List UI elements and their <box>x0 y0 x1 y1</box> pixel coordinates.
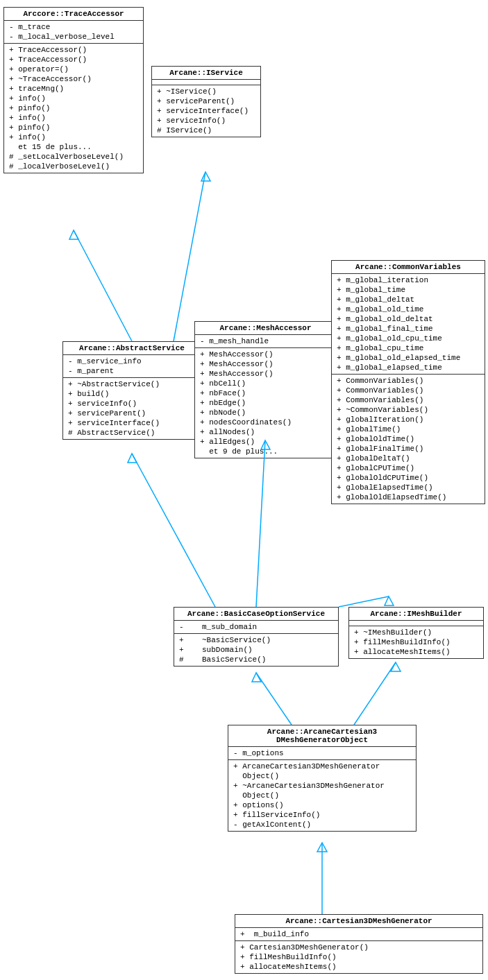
box-iservice-title: Arcane::IService <box>152 67 260 80</box>
svg-marker-1 <box>69 230 78 239</box>
svg-line-10 <box>256 673 292 725</box>
box-arcane-cartesian3d-methods: + ArcaneCartesian3DMeshGenerator Object(… <box>228 760 416 831</box>
svg-marker-3 <box>201 172 210 181</box>
svg-line-8 <box>339 596 389 607</box>
box-trace-accessor-attrs: - m_trace - m_local_verbose_level <box>4 21 143 44</box>
box-mesh-accessor-methods: + MeshAccessor() + MeshAccessor() + Mesh… <box>195 348 336 458</box>
box-iservice-methods: + ~IService() + serviceParent() + servic… <box>152 85 260 137</box>
svg-marker-13 <box>391 662 401 671</box>
box-abstract-service-methods: + ~AbstractService() + build() + service… <box>63 378 201 439</box>
box-common-variables-title: Arcane::CommonVariables <box>332 261 485 274</box>
svg-line-4 <box>132 454 215 607</box>
box-arcane-cartesian3d-title: Arcane::ArcaneCartesian3DMeshGeneratorOb… <box>228 725 416 747</box>
box-basic-case-option-service-title: Arcane::BasicCaseOptionService <box>174 608 338 621</box>
box-imesh-builder: Arcane::IMeshBuilder + ~IMeshBuilder() +… <box>348 607 484 659</box>
box-abstract-service: Arcane::AbstractService - m_service_info… <box>62 341 201 440</box>
box-mesh-accessor-title: Arcane::MeshAccessor <box>195 322 336 335</box>
box-common-variables-methods: + CommonVariables() + CommonVariables() … <box>332 375 485 504</box>
box-iservice-empty <box>152 80 260 85</box>
box-mesh-accessor-attrs: - m_mesh_handle <box>195 335 336 348</box>
box-basic-case-option-service-attrs: - m_sub_domain <box>174 621 338 634</box>
box-trace-accessor-methods: + TraceAccessor() + TraceAccessor() + op… <box>4 44 143 173</box>
box-cartesian3d-mesh-generator: Arcane::Cartesian3DMeshGenerator + m_bui… <box>235 914 483 974</box>
box-common-variables-attrs: + m_global_iteration + m_global_time + m… <box>332 274 485 375</box>
box-cartesian3d-mesh-generator-title: Arcane::Cartesian3DMeshGenerator <box>235 915 482 928</box>
box-arcane-cartesian3d: Arcane::ArcaneCartesian3DMeshGeneratorOb… <box>228 725 417 832</box>
svg-line-6 <box>256 440 265 607</box>
box-imesh-builder-title: Arcane::IMeshBuilder <box>349 608 483 621</box>
box-trace-accessor: Arccore::TraceAccessor - m_trace - m_loc… <box>3 7 144 173</box>
box-common-variables: Arcane::CommonVariables + m_global_itera… <box>331 260 485 504</box>
svg-marker-9 <box>385 596 394 605</box>
svg-marker-5 <box>128 454 137 463</box>
box-imesh-builder-methods: + ~IMeshBuilder() + fillMeshBuildInfo() … <box>349 626 483 658</box>
box-trace-accessor-title: Arccore::TraceAccessor <box>4 8 143 21</box>
box-basic-case-option-service-methods: + ~BasicService() + subDomain() # BasicS… <box>174 634 338 666</box>
box-cartesian3d-mesh-generator-methods: + Cartesian3DMeshGenerator() + fillMeshB… <box>235 941 482 973</box>
box-iservice: Arcane::IService + ~IService() + service… <box>151 66 261 137</box>
box-abstract-service-title: Arcane::AbstractService <box>63 342 201 355</box>
svg-line-12 <box>354 662 396 725</box>
box-cartesian3d-mesh-generator-attrs: + m_build_info <box>235 928 482 941</box>
box-abstract-service-attrs: - m_service_info - m_parent <box>63 355 201 378</box>
diagram-container: Arccore::TraceAccessor - m_trace - m_loc… <box>0 0 488 980</box>
box-basic-case-option-service: Arcane::BasicCaseOptionService - m_sub_d… <box>174 607 339 667</box>
box-arcane-cartesian3d-attrs: - m_options <box>228 747 416 760</box>
svg-line-0 <box>74 230 132 341</box>
box-mesh-accessor: Arcane::MeshAccessor - m_mesh_handle + M… <box>194 321 337 458</box>
svg-line-2 <box>174 172 205 341</box>
svg-marker-15 <box>317 843 327 852</box>
box-imesh-builder-empty <box>349 621 483 626</box>
svg-marker-11 <box>252 673 261 682</box>
